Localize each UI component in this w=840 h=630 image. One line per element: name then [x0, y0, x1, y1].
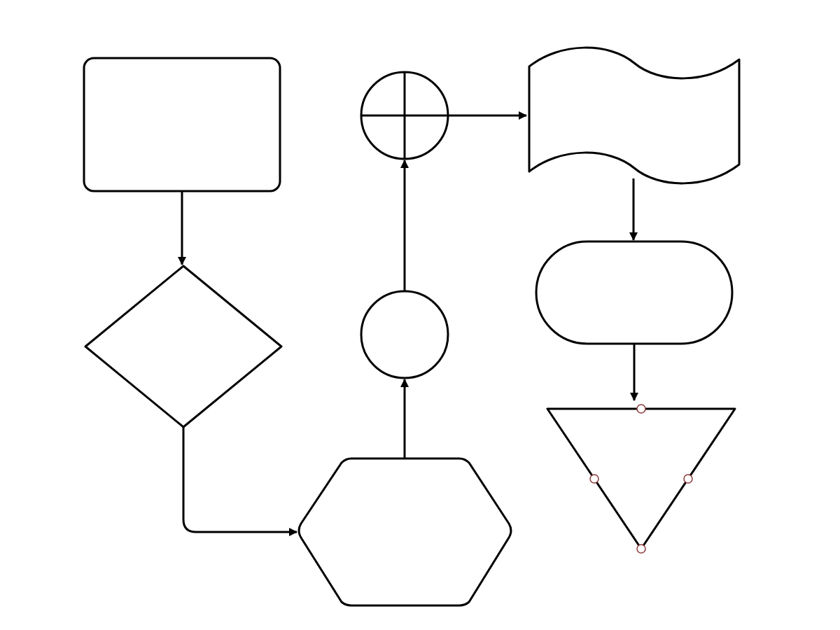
connection-handle-icon[interactable]: [637, 405, 645, 413]
terminator-capsule-node[interactable]: [536, 241, 732, 344]
connection-handle-icon[interactable]: [590, 475, 598, 483]
edge-diamond-to-hexagon[interactable]: [183, 427, 297, 532]
summing-junction-node[interactable]: [361, 72, 448, 159]
decision-diamond-node[interactable]: [85, 266, 281, 427]
process-rect-node[interactable]: [84, 58, 280, 191]
document-wave-node[interactable]: [529, 48, 739, 183]
connection-handle-icon[interactable]: [684, 475, 692, 483]
flowchart-canvas[interactable]: [0, 0, 840, 630]
merge-triangle-node[interactable]: [547, 405, 735, 553]
connector-circle-node[interactable]: [361, 291, 448, 378]
preparation-hexagon-node[interactable]: [299, 458, 511, 606]
connection-handle-icon[interactable]: [637, 545, 645, 553]
